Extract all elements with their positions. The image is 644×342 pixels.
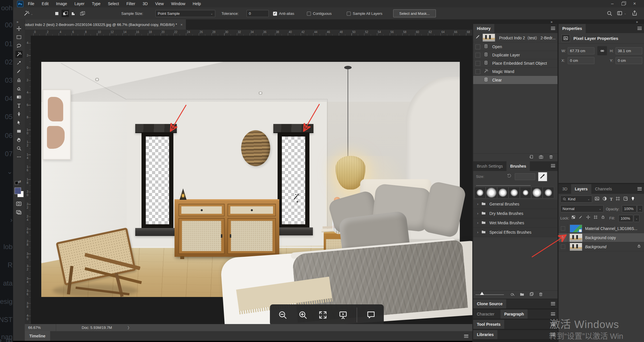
menu-item-image[interactable]: Image	[56, 1, 67, 6]
brush-size-slider[interactable]	[476, 185, 531, 186]
lock-transparency-icon[interactable]	[571, 215, 576, 221]
brush-settings-tab[interactable]: Brush Settings	[473, 161, 506, 171]
3d-tab[interactable]: 3D	[559, 184, 571, 194]
zoom-in-button[interactable]	[297, 309, 309, 321]
share-icon[interactable]	[631, 10, 638, 17]
paragraph-tab[interactable]: Paragraph	[501, 310, 528, 319]
layer-row-background[interactable]: Background	[559, 242, 644, 251]
zoom-out-button[interactable]	[276, 309, 289, 321]
sample-all-layers-label[interactable]: Sample All Layers	[353, 11, 382, 16]
history-tab[interactable]: History	[473, 24, 494, 33]
clone-stamp-tool[interactable]	[15, 76, 22, 84]
document-tab[interactable]: Product Indo 2 (test) 2-Bedroom-20230104…	[18, 19, 186, 30]
brush-tip-toggle-icon[interactable]	[510, 292, 515, 298]
screen-mode-icon[interactable]	[16, 209, 22, 217]
type-tool[interactable]	[15, 102, 22, 109]
color-swatches[interactable]	[15, 188, 24, 197]
layers-menu-icon[interactable]	[637, 187, 642, 190]
tool-preset-wand-icon[interactable]	[23, 10, 30, 18]
brush-folder-dry-media[interactable]: ›Dry Media Brushes	[473, 209, 557, 218]
zoom-level-field[interactable]: 66.67%	[25, 324, 56, 331]
brush-folder-general[interactable]: ›General Brushes	[473, 199, 557, 209]
history-step-place-embedded[interactable]: Place Embedded Smart Object	[473, 59, 557, 68]
menu-item-view[interactable]: View	[155, 1, 164, 6]
brush-preview[interactable]	[531, 187, 543, 198]
y-field[interactable]: 0 cm	[616, 57, 642, 64]
filter-shape-layers-icon[interactable]	[615, 196, 620, 202]
history-step-clear[interactable]: Clear	[473, 76, 557, 84]
brush-tool[interactable]	[15, 68, 22, 75]
lock-paint-icon[interactable]	[579, 215, 583, 221]
selection-add-button[interactable]	[61, 10, 69, 17]
edit-toolbar[interactable]	[15, 153, 22, 160]
magic-wand-tool[interactable]	[15, 51, 22, 58]
properties-tab[interactable]: Properties	[559, 24, 586, 33]
pen-tool[interactable]	[15, 111, 22, 118]
brush-folder-special-effects[interactable]: ›Special Effects Brushes	[473, 228, 557, 237]
layer-thumbnail[interactable]	[570, 225, 582, 233]
timeline-menu-icon[interactable]	[464, 335, 468, 338]
menu-item-layer[interactable]: Layer	[75, 1, 85, 6]
brush-size-reset-icon[interactable]	[507, 173, 512, 179]
marquee-tool[interactable]	[15, 34, 22, 41]
move-tool[interactable]	[15, 25, 22, 32]
document-canvas[interactable]	[41, 62, 460, 297]
layer-row-background-copy[interactable]: Background copy	[559, 233, 644, 242]
presentation-button[interactable]	[337, 309, 349, 321]
fill-field[interactable]: 100%	[618, 215, 633, 222]
brush-preview[interactable]	[474, 187, 486, 198]
sample-size-select[interactable]: Point Sample⌄	[155, 10, 215, 17]
menu-item-help[interactable]: Help	[193, 1, 201, 6]
delete-state-icon[interactable]	[549, 154, 553, 160]
dock-collapse-icon[interactable]: »	[551, 20, 553, 24]
eyedropper-tool[interactable]	[15, 59, 22, 66]
lock-artboard-icon[interactable]	[593, 215, 598, 221]
visibility-toggle[interactable]	[559, 224, 567, 233]
comment-button[interactable]	[365, 309, 377, 321]
close-button[interactable]: ×	[633, 1, 636, 7]
tool-preset-chevron-icon[interactable]: ⌄	[31, 13, 33, 15]
history-step-magic-wand[interactable]: Magic Wand	[473, 68, 557, 76]
toolbar-collapse-icon[interactable]: »	[17, 20, 19, 24]
new-document-from-state-icon[interactable]	[529, 154, 534, 160]
filter-adjustment-layers-icon[interactable]	[602, 196, 607, 202]
visibility-toggle-eye-icon[interactable]	[559, 233, 567, 242]
clone-source-tab[interactable]: Clone Source	[473, 299, 506, 308]
selection-intersect-button[interactable]	[79, 10, 86, 17]
dock-collapse-icon[interactable]: »	[636, 20, 638, 24]
libraries-tab[interactable]: Libraries	[473, 330, 497, 339]
antialias-label[interactable]: Anti-alias	[279, 11, 294, 16]
filter-toggle-icon[interactable]	[631, 196, 635, 202]
contiguous-label[interactable]: Contiguous	[313, 11, 332, 16]
filter-type-layers-icon[interactable]: T	[610, 197, 613, 202]
layer-filter-kind-select[interactable]: Kind⌄	[560, 196, 592, 203]
filter-pixel-layers-icon[interactable]	[594, 196, 600, 202]
ruler-left[interactable]: 420246810121416182022242628303234363840	[25, 36, 31, 324]
ruler-corner[interactable]	[25, 30, 31, 36]
width-field[interactable]: 67.73 cm	[568, 47, 594, 54]
filter-smart-objects-icon[interactable]	[623, 196, 628, 202]
opacity-chevron[interactable]: ⌄	[637, 205, 643, 212]
history-step-duplicate-layer[interactable]: Duplicate Layer	[473, 51, 557, 59]
gradient-tool[interactable]	[15, 93, 22, 101]
history-menu-icon[interactable]	[551, 27, 555, 30]
workspace-chevron-icon[interactable]: ⌄	[624, 12, 626, 15]
new-brush-icon[interactable]	[529, 292, 534, 298]
layers-tab[interactable]: Layers	[571, 184, 591, 194]
status-chevron-icon[interactable]: 〉	[128, 325, 131, 330]
minimize-button[interactable]: –	[611, 1, 614, 6]
select-and-mask-button[interactable]: Select and Mask...	[393, 9, 436, 17]
brush-size-input[interactable]	[515, 173, 535, 180]
menu-item-edit[interactable]: Edit	[42, 1, 49, 6]
swap-colors-icon[interactable]: ⇄	[15, 180, 23, 186]
height-field[interactable]: 38.1 cm	[616, 47, 642, 54]
visibility-toggle[interactable]	[559, 242, 567, 251]
link-dimensions-icon[interactable]	[597, 46, 607, 55]
paragraph-menu-icon[interactable]	[551, 312, 555, 315]
quick-mask-icon[interactable]	[16, 201, 22, 208]
blend-mode-select[interactable]: Normal⌄	[560, 205, 604, 212]
menu-item-3d[interactable]: 3D	[143, 1, 148, 6]
timeline-tab[interactable]: Timeline	[25, 331, 50, 341]
delete-brush-icon[interactable]	[538, 292, 543, 298]
fullscreen-button[interactable]	[317, 309, 329, 321]
